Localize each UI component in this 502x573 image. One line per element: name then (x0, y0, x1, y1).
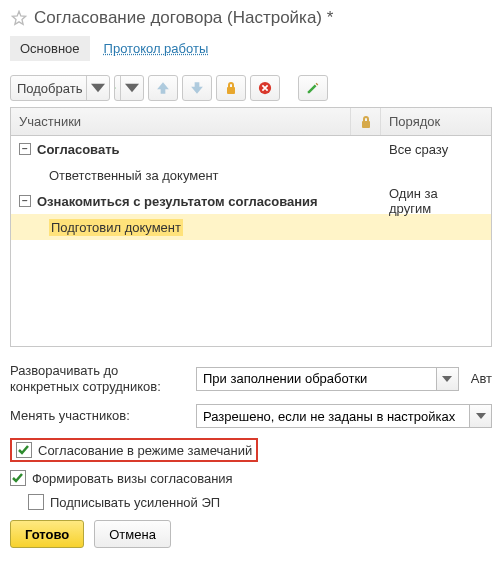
row-order: Один за другим (381, 188, 491, 214)
edit-button[interactable] (298, 75, 328, 101)
visas-checkbox[interactable] (10, 470, 26, 486)
row-label: Согласовать (37, 142, 120, 157)
column-header-lock[interactable] (351, 108, 381, 135)
change-label: Менять участников: (10, 408, 190, 424)
remarks-label: Согласование в режиме замечаний (38, 443, 252, 458)
favorite-star-icon[interactable] (10, 9, 28, 27)
page-title: Согласование договора (Настройка) * (34, 8, 333, 28)
row-label: Подготовил документ (49, 219, 183, 236)
expand-label: Разворачивать до конкретных сотрудников: (10, 363, 190, 394)
sign-ep-checkbox[interactable] (28, 494, 44, 510)
row-label: Ознакомиться с результатом согласования (37, 194, 318, 209)
row-order: Все сразу (381, 136, 491, 162)
change-select[interactable] (196, 404, 470, 428)
ok-button[interactable]: Готово (10, 520, 84, 548)
delete-button[interactable] (250, 75, 280, 101)
collapse-icon[interactable]: − (19, 195, 31, 207)
tab-bar: Основное Протокол работы (10, 36, 492, 61)
sign-ep-row: Подписывать усиленной ЭП (28, 494, 492, 510)
svg-rect-1 (227, 87, 235, 94)
grid-body: − Согласовать Все сразу Ответственный за… (11, 136, 491, 346)
column-header-participants[interactable]: Участники (11, 108, 351, 135)
select-button-label: Подобрать (17, 81, 82, 96)
table-row[interactable]: Ответственный за документ (11, 162, 491, 188)
remarks-checkbox[interactable] (16, 442, 32, 458)
remarks-mode-row: Согласование в режиме замечаний (10, 438, 258, 462)
select-button[interactable]: Подобрать (10, 75, 110, 101)
move-down-button[interactable] (182, 75, 212, 101)
tab-main[interactable]: Основное (10, 36, 90, 61)
select-dropdown-icon[interactable] (86, 76, 109, 100)
toolbar: Подобрать (10, 75, 492, 101)
table-row[interactable]: Подготовил документ (11, 214, 491, 240)
collapse-icon[interactable]: − (19, 143, 31, 155)
move-up-button[interactable] (148, 75, 178, 101)
tab-protocol[interactable]: Протокол работы (94, 36, 219, 61)
participants-grid: Участники Порядок − Согласовать Все сраз… (10, 107, 492, 347)
sign-ep-label: Подписывать усиленной ЭП (50, 495, 220, 510)
expand-dropdown-button[interactable] (437, 367, 459, 391)
lock-button[interactable] (216, 75, 246, 101)
table-row[interactable]: − Согласовать Все сразу (11, 136, 491, 162)
add-button[interactable] (114, 75, 144, 101)
column-header-order[interactable]: Порядок (381, 108, 491, 135)
visas-label: Формировать визы согласования (32, 471, 233, 486)
grid-header: Участники Порядок (11, 108, 491, 136)
change-dropdown-button[interactable] (470, 404, 492, 428)
table-row[interactable]: − Ознакомиться с результатом согласовани… (11, 188, 491, 214)
row-label: Ответственный за документ (49, 168, 219, 183)
expand-trailing-label: Авт (471, 371, 492, 386)
add-dropdown-icon[interactable] (120, 76, 143, 100)
visas-row: Формировать визы согласования (10, 470, 492, 486)
expand-select[interactable] (196, 367, 437, 391)
cancel-button[interactable]: Отмена (94, 520, 171, 548)
svg-rect-3 (362, 121, 370, 128)
